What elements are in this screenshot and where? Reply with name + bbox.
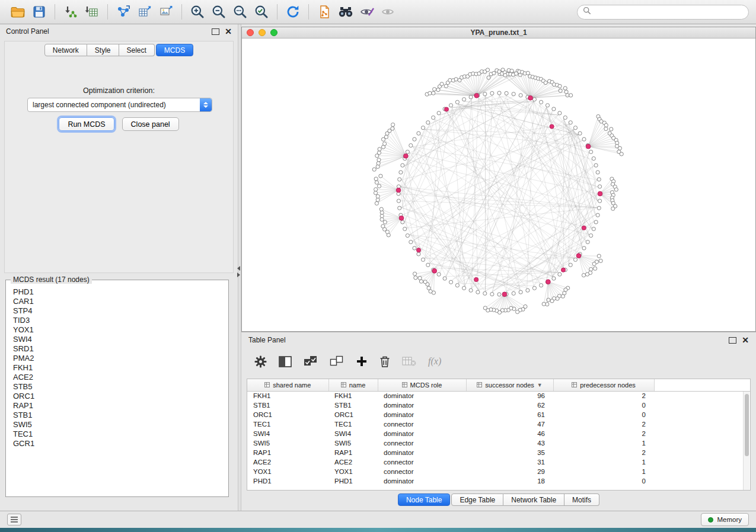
table-cell[interactable]: 1: [553, 438, 654, 448]
table-row[interactable]: SWI5SWI5connector431: [247, 438, 750, 448]
memory-button[interactable]: Memory: [701, 513, 749, 526]
panel-menu-icon[interactable]: [7, 514, 21, 525]
table-cell[interactable]: ACE2: [247, 457, 328, 467]
table-cell[interactable]: FKH1: [328, 391, 378, 400]
table-cell[interactable]: 96: [466, 391, 553, 400]
table-cell[interactable]: YOX1: [328, 467, 378, 476]
mcds-result-item[interactable]: GCR1: [13, 439, 227, 448]
delete-table-icon[interactable]: [402, 356, 416, 367]
mcds-result-item[interactable]: RAP1: [13, 401, 227, 411]
float-table-panel-icon[interactable]: [729, 337, 736, 344]
mcds-result-item[interactable]: TID3: [13, 316, 227, 325]
splitter-grip-icon[interactable]: [237, 266, 240, 277]
table-cell[interactable]: SWI4: [247, 429, 328, 438]
import-network-icon[interactable]: [60, 2, 81, 21]
table-cell[interactable]: dominator: [378, 476, 466, 486]
zoom-in-icon[interactable]: [187, 2, 208, 21]
close-panel-button[interactable]: Close panel: [122, 117, 179, 131]
close-panel-icon[interactable]: ✕: [225, 27, 232, 36]
search-field[interactable]: [577, 5, 749, 20]
export-network-icon[interactable]: [113, 2, 134, 21]
column-header-mcds-role[interactable]: MCDS role: [378, 379, 466, 391]
export-image-icon[interactable]: [155, 2, 177, 21]
zoom-selected-icon[interactable]: [251, 2, 272, 21]
mcds-result-item[interactable]: STB5: [13, 382, 227, 392]
table-cell[interactable]: YOX1: [247, 467, 328, 476]
table-row[interactable]: YOX1YOX1connector291: [247, 467, 750, 476]
table-cell[interactable]: 43: [466, 438, 553, 448]
table-scrollbar[interactable]: [743, 392, 749, 490]
visual-properties-icon[interactable]: [356, 2, 378, 21]
table-row[interactable]: STB1STB1dominator620: [247, 400, 750, 410]
function-builder-icon[interactable]: f(x): [428, 356, 441, 367]
table-row[interactable]: ORC1ORC1dominator610: [247, 410, 750, 419]
run-mcds-button[interactable]: Run MCDS: [59, 117, 114, 131]
network-from-selection-icon[interactable]: [314, 2, 335, 21]
float-panel-icon[interactable]: [212, 28, 219, 35]
table-cell[interactable]: PHD1: [247, 476, 328, 486]
zoom-fit-icon[interactable]: [229, 2, 251, 21]
delete-column-icon[interactable]: [379, 355, 390, 368]
graphics-details-icon[interactable]: [378, 2, 399, 21]
mcds-result-item[interactable]: CAR1: [13, 297, 227, 306]
mcds-result-item[interactable]: PMA2: [13, 354, 227, 363]
search-input[interactable]: [595, 8, 743, 16]
select-all-icon[interactable]: [304, 355, 318, 367]
save-session-icon[interactable]: [28, 2, 50, 21]
table-cell[interactable]: 47: [466, 419, 553, 429]
table-cell[interactable]: 35: [466, 448, 553, 457]
column-header-name[interactable]: name: [328, 379, 378, 391]
table-cell[interactable]: 46: [466, 429, 553, 438]
zoom-out-icon[interactable]: [208, 2, 229, 21]
table-cell[interactable]: dominator: [378, 400, 466, 410]
table-cell[interactable]: 0: [553, 476, 654, 486]
table-cell[interactable]: SWI5: [247, 438, 328, 448]
table-row[interactable]: PHD1PHD1dominator180: [247, 476, 750, 486]
tab-select[interactable]: Select: [119, 44, 155, 56]
table-row[interactable]: FKH1FKH1dominator962: [247, 391, 750, 400]
table-cell[interactable]: 2: [553, 391, 654, 400]
tab-motifs[interactable]: Motifs: [564, 493, 599, 506]
table-scrollbar-thumb[interactable]: [745, 394, 749, 456]
refresh-layout-icon[interactable]: [282, 2, 304, 21]
table-cell[interactable]: connector: [378, 467, 466, 476]
table-cell[interactable]: 62: [466, 400, 553, 410]
table-cell[interactable]: ORC1: [247, 410, 328, 419]
table-cell[interactable]: FKH1: [247, 391, 328, 400]
table-row[interactable]: RAP1RAP1dominator352: [247, 448, 750, 457]
mcds-result-item[interactable]: YOX1: [13, 325, 227, 335]
table-cell[interactable]: 61: [466, 410, 553, 419]
table-cell[interactable]: 2: [553, 448, 654, 457]
table-cell[interactable]: connector: [378, 438, 466, 448]
table-cell[interactable]: connector: [378, 419, 466, 429]
open-file-icon[interactable]: [7, 2, 28, 21]
table-cell[interactable]: dominator: [378, 410, 466, 419]
first-neighbors-icon[interactable]: [335, 2, 356, 21]
table-cell[interactable]: dominator: [378, 391, 466, 400]
table-cell[interactable]: dominator: [378, 448, 466, 457]
table-cell[interactable]: ORC1: [328, 410, 378, 419]
table-cell[interactable]: SWI4: [328, 429, 378, 438]
mcds-result-item[interactable]: STP4: [13, 306, 227, 316]
tab-network-table[interactable]: Network Table: [503, 493, 564, 506]
table-cell[interactable]: PHD1: [328, 476, 378, 486]
tab-node-table[interactable]: Node Table: [398, 493, 451, 506]
table-cell[interactable]: TEC1: [328, 419, 378, 429]
table-cell[interactable]: ACE2: [328, 457, 378, 467]
column-header-shared-name[interactable]: shared name: [247, 379, 328, 391]
add-column-icon[interactable]: [356, 355, 368, 367]
column-header-predecessor-nodes[interactable]: predecessor nodes: [553, 379, 654, 391]
tab-mcds[interactable]: MCDS: [156, 44, 193, 56]
close-table-panel-icon[interactable]: ✕: [742, 336, 749, 344]
table-cell[interactable]: STB1: [247, 400, 328, 410]
import-table-icon[interactable]: [81, 2, 103, 21]
table-cell[interactable]: connector: [378, 457, 466, 467]
table-cell[interactable]: STB1: [328, 400, 378, 410]
table-cell[interactable]: 1: [553, 467, 654, 476]
show-columns-icon[interactable]: [279, 356, 292, 367]
table-cell[interactable]: 0: [553, 400, 654, 410]
table-cell[interactable]: dominator: [378, 429, 466, 438]
table-cell[interactable]: 29: [466, 467, 553, 476]
tab-edge-table[interactable]: Edge Table: [451, 493, 503, 506]
table-cell[interactable]: 31: [466, 457, 553, 467]
